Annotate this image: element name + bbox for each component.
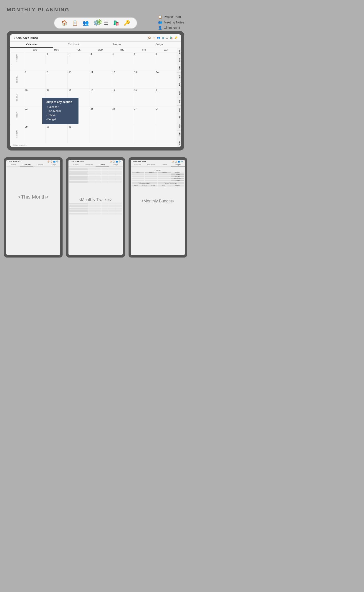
week-num-1: WEEK01	[10, 52, 24, 64]
preview-3-title: JANUARY 2023	[133, 160, 146, 163]
cal-day-1[interactable]: 1	[46, 52, 68, 64]
tracker-row	[69, 205, 122, 207]
cal-clip-icon[interactable]: 📋	[152, 36, 156, 39]
day-header-mon: MON	[46, 48, 68, 52]
p3-home: 🏠	[172, 160, 174, 163]
cal-day-e1	[89, 125, 111, 143]
month-sep[interactable]: SEP	[177, 114, 181, 122]
tracker-row	[69, 181, 122, 183]
week-row-1: WEEK01 1 2 3 4 5 6 7	[10, 52, 177, 70]
preview-1-title: JANUARY 2023	[8, 160, 21, 163]
p1-tab-budget[interactable]: Budget	[47, 164, 60, 166]
month-apr[interactable]: APR	[177, 73, 181, 81]
month-dec[interactable]: DEC	[177, 139, 181, 147]
month-jun[interactable]: JUN	[177, 89, 181, 97]
preview-3-icons: 🏠 📋 👥 ⚙️	[172, 160, 183, 163]
cal-day-26[interactable]: 26	[111, 107, 133, 125]
cal-menu-icon[interactable]: ☰	[166, 36, 168, 39]
home-icon[interactable]: 🏠	[61, 20, 67, 26]
week-num-3: WEEK03	[10, 89, 24, 106]
cal-day-9[interactable]: 9	[46, 70, 68, 88]
cal-day-e4	[155, 125, 177, 143]
bag-icon[interactable]: 🛍️	[113, 20, 119, 26]
cal-day-8[interactable]: 8	[24, 70, 46, 88]
month-jan[interactable]: JAN	[177, 48, 181, 56]
cal-day-29[interactable]: 29	[24, 125, 46, 143]
tooltip-item-2: - This Month	[46, 109, 75, 113]
week-row-2: WEEK02 8 9 10 11 12 13 14 Jump to any se…	[10, 70, 177, 89]
menu-client-book[interactable]: 👤 Client Book	[158, 26, 184, 30]
calendar-header: JANUARY 2023 🏠 📋 👥 ⚙️ ☰ 🛍️ 🔑	[10, 34, 181, 42]
tracker-row	[69, 213, 122, 214]
cal-day-4[interactable]: 4	[111, 52, 133, 64]
month-mar[interactable]: MAR	[177, 64, 181, 73]
preview-2-tabs: Calendar This Month Tracker Budget	[68, 164, 122, 167]
p3-tab-tracker[interactable]: Tracker	[158, 164, 171, 166]
cal-users-icon[interactable]: 👥	[157, 36, 160, 39]
cal-day-19[interactable]: 19	[111, 89, 133, 106]
p1-tab-tracker[interactable]: Tracker	[33, 164, 47, 166]
cal-day-31[interactable]: 31	[68, 125, 89, 143]
calendar-main: SUN MON TUE WED THU FRI SAT WEEK01 1 2 3…	[10, 48, 177, 147]
menu-icon[interactable]: ☰	[104, 20, 109, 26]
cal-key-icon[interactable]: 🔑	[174, 36, 177, 39]
preview-budget-header: JANUARY 2023 🏠 📋 👥 ⚙️	[131, 160, 185, 164]
bottom-previews: JANUARY 2023 🏠 📋 👥 ⚙️ Calendar This Mont…	[0, 157, 191, 258]
cal-bag-icon[interactable]: 🛍️	[170, 36, 173, 39]
month-feb[interactable]: FEB	[177, 56, 181, 64]
calendar-content: JANUARY 2023 🏠 📋 👥 ⚙️ ☰ 🛍️ 🔑 Calendar Th…	[10, 34, 181, 147]
cal-day-18[interactable]: 18	[89, 89, 111, 106]
cal-day-28[interactable]: 28	[155, 107, 177, 125]
cal-day-3[interactable]: 3	[89, 52, 111, 64]
day-header-thu: THU	[111, 48, 133, 52]
p1-tab-this-month[interactable]: This Month	[20, 164, 33, 166]
tracker-row	[69, 173, 122, 175]
p3-tab-calendar[interactable]: Calendar	[131, 164, 144, 166]
p2-tab-calendar[interactable]: Calendar	[68, 164, 82, 166]
month-may[interactable]: MAY	[177, 81, 181, 89]
cal-day-21[interactable]: 21	[155, 89, 177, 106]
cal-day-12[interactable]: 12	[111, 70, 133, 88]
clipboard-icon[interactable]: 📋	[72, 20, 78, 26]
p2-tab-this-month[interactable]: This Month	[82, 164, 96, 166]
cal-settings-icon[interactable]: ⚙️	[162, 36, 165, 39]
p3-users: 👥	[178, 160, 180, 163]
calendar-grid-container: SUN MON TUE WED THU FRI SAT WEEK01 1 2 3…	[10, 48, 181, 147]
cal-day-20[interactable]: 20	[133, 89, 155, 106]
cal-day-6[interactable]: 6	[155, 52, 177, 64]
month-oct[interactable]: OCT	[177, 122, 181, 130]
month-aug[interactable]: AUG	[177, 106, 181, 114]
calendar-side-months: JAN FEB MAR APR MAY JUN JUL AUG SEP OCT …	[177, 48, 181, 147]
cal-day-e3	[133, 125, 155, 143]
p2-tab-budget[interactable]: Budget	[109, 164, 122, 166]
tab-calendar[interactable]: Calendar	[10, 42, 53, 48]
users-icon[interactable]: 👥	[83, 20, 89, 26]
p2-tab-tracker[interactable]: Tracker	[96, 164, 109, 166]
key-icon[interactable]: 🔑	[124, 20, 130, 26]
cal-day-11[interactable]: 11	[89, 70, 111, 88]
cal-day-25[interactable]: 25	[89, 107, 111, 125]
cal-day-2[interactable]: 2	[68, 52, 89, 64]
cal-day-10[interactable]: 10	[68, 70, 89, 88]
month-jul[interactable]: JUL	[177, 97, 181, 106]
tab-budget[interactable]: Budget	[138, 42, 181, 48]
p1-tab-calendar[interactable]: Calendar	[6, 164, 20, 166]
preview-this-month-tablet: JANUARY 2023 🏠 📋 👥 ⚙️ Calendar This Mont…	[4, 157, 63, 258]
menu-meeting-notes[interactable]: 👥 Meeting Notes	[158, 20, 184, 24]
cal-day-14[interactable]: 14	[155, 70, 177, 88]
cal-day-5[interactable]: 5	[133, 52, 155, 64]
cal-day-7[interactable]: 7	[10, 64, 24, 70]
week-header-empty	[10, 48, 24, 52]
month-nov[interactable]: NOV	[177, 130, 181, 139]
p3-tab-budget[interactable]: Budget	[171, 164, 185, 166]
tab-this-month[interactable]: This Month	[53, 42, 96, 48]
watermark: © MincTemplates	[10, 143, 177, 147]
cal-day-27[interactable]: 27	[133, 107, 155, 125]
cal-day-13[interactable]: 13	[133, 70, 155, 88]
menu-project-plan[interactable]: 📋 Project Plan	[158, 15, 184, 19]
cal-home-icon[interactable]: 🏠	[148, 36, 151, 39]
tab-tracker[interactable]: Tracker	[96, 42, 138, 48]
p3-set: ⚙️	[181, 160, 183, 163]
cal-day-30[interactable]: 30	[46, 125, 68, 143]
p3-tab-this-month[interactable]: This Month	[144, 164, 158, 166]
